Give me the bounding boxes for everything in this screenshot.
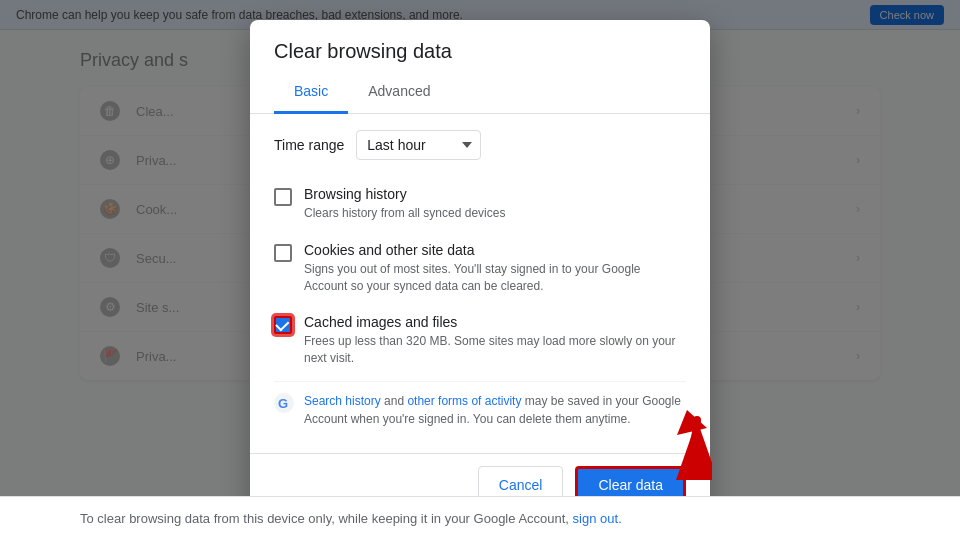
browsing-history-item: Browsing history Clears history from all… bbox=[274, 176, 686, 232]
time-range-select[interactable]: Last hour Last 24 hours Last 7 days Last… bbox=[356, 130, 481, 160]
info-row: G Search history and other forms of acti… bbox=[274, 381, 686, 438]
time-range-row: Time range Last hour Last 24 hours Last … bbox=[274, 130, 686, 160]
cached-title: Cached images and files bbox=[304, 314, 686, 330]
cookies-item: Cookies and other site data Signs you ou… bbox=[274, 232, 686, 305]
cached-checkbox[interactable] bbox=[274, 316, 292, 334]
sign-out-link[interactable]: sign out. bbox=[573, 511, 622, 526]
info-text: Search history and other forms of activi… bbox=[304, 392, 686, 428]
browsing-history-checkbox[interactable] bbox=[274, 188, 292, 206]
svg-text:G: G bbox=[278, 396, 288, 411]
tab-basic[interactable]: Basic bbox=[274, 71, 348, 114]
browsing-history-title: Browsing history bbox=[304, 186, 505, 202]
browsing-history-text: Browsing history Clears history from all… bbox=[304, 186, 505, 222]
cookies-checkbox-wrapper[interactable] bbox=[274, 244, 292, 262]
browsing-history-checkbox-wrapper[interactable] bbox=[274, 188, 292, 206]
google-g-icon: G bbox=[274, 393, 294, 413]
cookies-desc: Signs you out of most sites. You'll stay… bbox=[304, 261, 686, 295]
dialog-tabs: Basic Advanced bbox=[250, 71, 710, 114]
time-range-label: Time range bbox=[274, 137, 344, 153]
other-forms-link[interactable]: other forms of activity bbox=[407, 394, 521, 408]
svg-marker-3 bbox=[677, 410, 707, 435]
arrow-annotation bbox=[632, 400, 712, 480]
cookies-title: Cookies and other site data bbox=[304, 242, 686, 258]
bottom-note: To clear browsing data from this device … bbox=[0, 496, 960, 540]
bottom-note-text: To clear browsing data from this device … bbox=[80, 511, 569, 526]
cached-desc: Frees up less than 320 MB. Some sites ma… bbox=[304, 333, 686, 367]
cached-text: Cached images and files Frees up less th… bbox=[304, 314, 686, 367]
dialog-title: Clear browsing data bbox=[250, 20, 710, 63]
arrow-icon bbox=[632, 400, 712, 480]
cached-item: Cached images and files Frees up less th… bbox=[274, 304, 686, 377]
cookies-text: Cookies and other site data Signs you ou… bbox=[304, 242, 686, 295]
cookies-checkbox[interactable] bbox=[274, 244, 292, 262]
tab-advanced[interactable]: Advanced bbox=[348, 71, 450, 114]
modal-overlay: Clear browsing data Basic Advanced Time … bbox=[0, 0, 960, 540]
search-history-link[interactable]: Search history bbox=[304, 394, 381, 408]
cached-checkbox-wrapper[interactable] bbox=[274, 316, 292, 334]
browsing-history-desc: Clears history from all synced devices bbox=[304, 205, 505, 222]
